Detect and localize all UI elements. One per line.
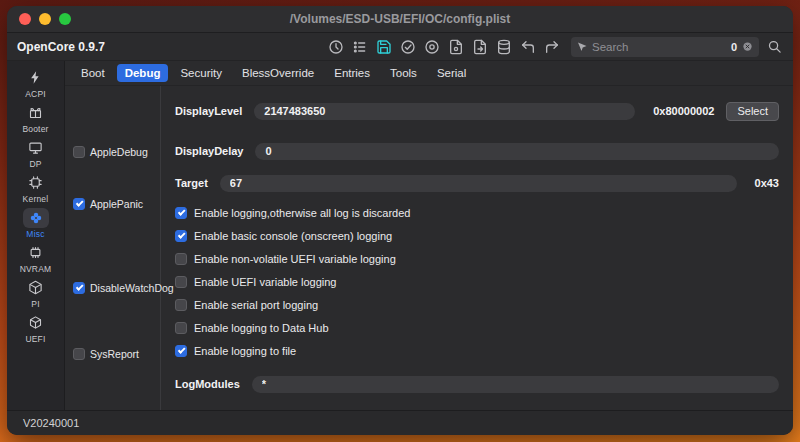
- displaylevel-input[interactable]: [254, 103, 635, 120]
- version-label: V20240001: [23, 417, 79, 429]
- history-button[interactable]: [327, 38, 345, 56]
- undo-button[interactable]: [519, 38, 537, 56]
- list-grid-button[interactable]: [351, 38, 369, 56]
- nvram-icon: [28, 245, 43, 260]
- tab-security[interactable]: Security: [172, 64, 230, 82]
- file-gear-icon: [448, 39, 464, 55]
- checkbox[interactable]: [175, 345, 187, 357]
- displaylevel-select-button[interactable]: Select: [726, 102, 779, 121]
- save-button[interactable]: [375, 38, 393, 56]
- minimize-window-button[interactable]: [39, 13, 51, 25]
- target-row: Target 0x43: [175, 174, 779, 192]
- magnifier-button[interactable]: [766, 38, 783, 55]
- acpi-icon: [28, 70, 43, 85]
- main-area: ACPI Booter DP Kernel Misc NVRAM: [7, 61, 793, 410]
- sidebar-item-uefi[interactable]: UEFI: [10, 311, 62, 345]
- option-row-console-logging[interactable]: Enable basic console (onscreen) logging: [175, 229, 779, 242]
- checkbox[interactable]: [175, 253, 187, 265]
- displaydelay-row: DisplayDelay: [175, 142, 779, 160]
- target-hex: 0x43: [755, 177, 779, 189]
- sidebar-item-misc[interactable]: Misc: [10, 206, 62, 240]
- appledebug-checkbox-row[interactable]: AppleDebug: [73, 146, 148, 158]
- zoom-window-button[interactable]: [59, 13, 71, 25]
- checkbox[interactable]: [73, 198, 85, 210]
- debug-flags-column: AppleDebug ApplePanic DisableWatchDog Sy…: [65, 86, 161, 410]
- sidebar-item-dp[interactable]: DP: [10, 136, 62, 170]
- logmodules-label: LogModules: [175, 378, 240, 390]
- option-row-nonvolatile-uefi-logging[interactable]: Enable non-volatile UEFI variable loggin…: [175, 252, 779, 265]
- toolbar: OpenCore 0.9.7: [7, 33, 793, 61]
- sidebar-item-acpi[interactable]: ACPI: [10, 66, 62, 100]
- validate-button[interactable]: [399, 38, 417, 56]
- tab-entries[interactable]: Entries: [326, 64, 378, 82]
- uefi-icon: [28, 315, 43, 330]
- checkbox[interactable]: [175, 322, 187, 334]
- content-area: Boot Debug Security BlessOverride Entrie…: [65, 61, 793, 410]
- checkbox[interactable]: [175, 299, 187, 311]
- sidebar-item-kernel[interactable]: Kernel: [10, 171, 62, 205]
- checkbox[interactable]: [175, 276, 187, 288]
- target-input[interactable]: [220, 175, 737, 192]
- file-export-button[interactable]: [471, 38, 489, 56]
- displaydelay-label: DisplayDelay: [175, 145, 243, 157]
- sidebar-item-booter[interactable]: Booter: [10, 101, 62, 135]
- file-settings-button[interactable]: [447, 38, 465, 56]
- search-box[interactable]: 0: [571, 37, 759, 57]
- check-circle-icon: [400, 39, 416, 55]
- undo-icon: [520, 39, 536, 55]
- sidebar-item-pi[interactable]: PI: [10, 276, 62, 310]
- checkbox[interactable]: [175, 207, 187, 219]
- option-row-logging[interactable]: Enable logging,otherwise all log is disc…: [175, 206, 779, 219]
- search-cursor-icon: [576, 41, 588, 53]
- booter-icon: [28, 105, 43, 120]
- tab-tools[interactable]: Tools: [382, 64, 425, 82]
- checkbox[interactable]: [175, 230, 187, 242]
- displaydelay-input[interactable]: [255, 143, 779, 160]
- logmodules-row: LogModules: [175, 375, 779, 393]
- sysreport-checkbox-row[interactable]: SysReport: [73, 348, 139, 360]
- redo-button[interactable]: [543, 38, 561, 56]
- debug-panel: AppleDebug ApplePanic DisableWatchDog Sy…: [65, 86, 793, 410]
- traffic-lights: [19, 13, 71, 25]
- close-window-button[interactable]: [19, 13, 31, 25]
- check-icon: [177, 346, 184, 353]
- option-row-datahub-logging[interactable]: Enable logging to Data Hub: [175, 321, 779, 334]
- redo-icon: [544, 39, 560, 55]
- tab-bar: Boot Debug Security BlessOverride Entrie…: [65, 61, 793, 86]
- tab-boot[interactable]: Boot: [73, 64, 113, 82]
- applepanic-checkbox-row[interactable]: ApplePanic: [73, 198, 143, 210]
- search-count: 0: [731, 41, 737, 53]
- misc-icon: [28, 210, 44, 226]
- search-input[interactable]: [592, 41, 727, 53]
- option-row-serial-port-logging[interactable]: Enable serial port logging: [175, 298, 779, 311]
- status-bar: V20240001: [7, 410, 793, 435]
- file-export-icon: [472, 39, 488, 55]
- disablewatchdog-checkbox-row[interactable]: DisableWatchDog: [73, 282, 174, 294]
- sidebar-item-nvram[interactable]: NVRAM: [10, 241, 62, 275]
- check-icon: [177, 231, 184, 238]
- checkbox[interactable]: [73, 146, 85, 158]
- check-icon: [75, 199, 82, 206]
- logmodules-input[interactable]: [252, 376, 779, 393]
- tab-debug[interactable]: Debug: [117, 64, 169, 82]
- save-icon: [376, 39, 392, 55]
- checkbox[interactable]: [73, 348, 85, 360]
- window-title: /Volumes/ESD-USB/EFI/OC/config.plist: [7, 12, 793, 26]
- database-button[interactable]: [495, 38, 513, 56]
- check-icon: [177, 208, 184, 215]
- database-icon: [496, 39, 512, 55]
- option-row-file-logging[interactable]: Enable logging to file: [175, 344, 779, 357]
- displaylevel-row: DisplayLevel 0x80000002 Select: [175, 102, 779, 120]
- tab-serial[interactable]: Serial: [429, 64, 474, 82]
- pi-icon: [28, 280, 43, 295]
- displaylevel-hex: 0x80000002: [653, 105, 714, 117]
- oc-check-button[interactable]: [423, 38, 441, 56]
- clear-search-icon[interactable]: [741, 40, 754, 53]
- tab-blessoverride[interactable]: BlessOverride: [234, 64, 322, 82]
- app-version-label: OpenCore 0.9.7: [17, 40, 105, 54]
- dp-icon: [28, 140, 43, 155]
- checkbox[interactable]: [73, 282, 85, 294]
- option-row-uefi-variable-logging[interactable]: Enable UEFI variable logging: [175, 275, 779, 288]
- check-icon: [75, 283, 82, 290]
- history-icon: [328, 39, 344, 55]
